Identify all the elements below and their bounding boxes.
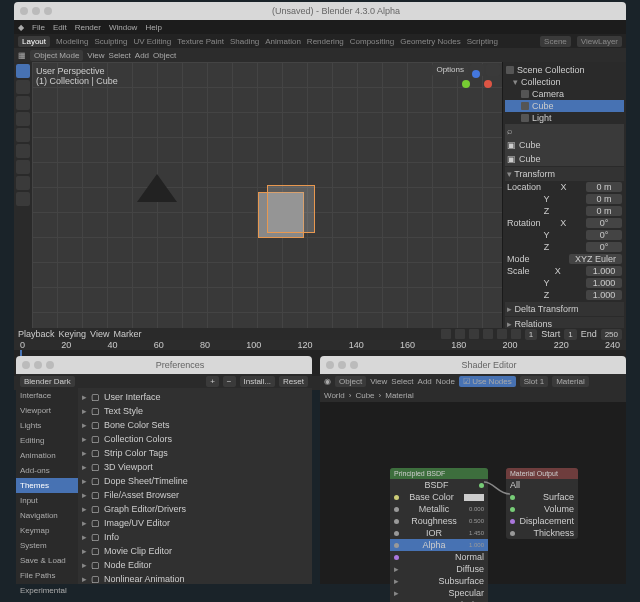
tool-addcube[interactable]: [16, 192, 30, 206]
mode-select[interactable]: Object Mode: [30, 50, 83, 61]
next-key-icon[interactable]: [497, 329, 507, 339]
sh-view[interactable]: View: [370, 377, 387, 386]
tab-modeling[interactable]: Modeling: [56, 37, 88, 46]
theme-item[interactable]: ▸▢Movie Clip Editor: [80, 544, 310, 558]
nav-gizmo[interactable]: [458, 70, 494, 106]
cat-saveload[interactable]: Save & Load: [16, 553, 78, 568]
tl-keying[interactable]: Keying: [59, 329, 87, 339]
theme-item[interactable]: ▸▢Node Editor: [80, 558, 310, 572]
sec-transform[interactable]: ▾ Transform: [505, 167, 624, 181]
cat-input[interactable]: Input: [16, 493, 78, 508]
panel-spec[interactable]: ▸Specular: [390, 587, 488, 599]
menu-file[interactable]: File: [32, 23, 45, 32]
frame-end[interactable]: 250: [601, 329, 622, 340]
rot-z[interactable]: 0°: [586, 242, 622, 252]
cat-editing[interactable]: Editing: [16, 433, 78, 448]
prefs-reset[interactable]: Reset: [279, 376, 308, 387]
tab-texpaint[interactable]: Texture Paint: [177, 37, 224, 46]
bc-cube[interactable]: Cube: [355, 391, 374, 400]
tab-layout[interactable]: Layout: [18, 36, 50, 47]
tab-uv[interactable]: UV Editing: [133, 37, 171, 46]
theme-item[interactable]: ▸▢Strip Color Tags: [80, 446, 310, 460]
tool-scale[interactable]: [16, 128, 30, 142]
slot-select[interactable]: Slot 1: [520, 376, 548, 387]
add-preset-icon[interactable]: +: [206, 376, 219, 387]
rot-mode[interactable]: XYZ Euler: [569, 254, 622, 264]
menu-render[interactable]: Render: [75, 23, 101, 32]
prev-key-icon[interactable]: [455, 329, 465, 339]
theme-item[interactable]: ▸▢File/Asset Browser: [80, 488, 310, 502]
tool-cursor[interactable]: [16, 80, 30, 94]
play-rev-icon[interactable]: [469, 329, 479, 339]
node-principled[interactable]: Principled BSDF BSDF Base Color Metallic…: [390, 468, 488, 602]
traffic-lights[interactable]: [22, 361, 54, 369]
sh-node[interactable]: Node: [436, 377, 455, 386]
bc-world[interactable]: World: [324, 391, 345, 400]
theme-item[interactable]: ▸▢Text Style: [80, 404, 310, 418]
cat-system[interactable]: System: [16, 538, 78, 553]
sh-select[interactable]: Select: [391, 377, 413, 386]
sock-ior[interactable]: IOR1.450: [390, 527, 488, 539]
sock-normal[interactable]: Normal: [390, 551, 488, 563]
traffic-lights[interactable]: [20, 7, 52, 15]
play-icon[interactable]: [483, 329, 493, 339]
tab-shading[interactable]: Shading: [230, 37, 259, 46]
node-output[interactable]: Material Output All Surface Volume Displ…: [506, 468, 578, 539]
sock-metallic[interactable]: Metallic0.000: [390, 503, 488, 515]
tab-geonodes[interactable]: Geometry Nodes: [400, 37, 460, 46]
frame-start[interactable]: 1: [564, 329, 576, 340]
tool-measure[interactable]: [16, 176, 30, 190]
prop-obj[interactable]: ▣Cube: [505, 138, 624, 152]
prefs-install[interactable]: Install...: [240, 376, 276, 387]
loc-x[interactable]: 0 m: [586, 182, 622, 192]
tl-marker[interactable]: Marker: [113, 329, 141, 339]
menu-window[interactable]: Window: [109, 23, 137, 32]
tb-view[interactable]: View: [87, 51, 104, 60]
loc-y[interactable]: 0 m: [586, 194, 622, 204]
sock-rough[interactable]: Roughness0.500: [390, 515, 488, 527]
cat-interface[interactable]: Interface: [16, 388, 78, 403]
sock-alpha[interactable]: Alpha1.000: [390, 539, 488, 551]
cat-addons[interactable]: Add-ons: [16, 463, 78, 478]
cat-experimental[interactable]: Experimental: [16, 583, 78, 598]
sec-delta[interactable]: ▸ Delta Transform: [505, 302, 624, 316]
tab-render[interactable]: Rendering: [307, 37, 344, 46]
mat-select[interactable]: Material: [552, 376, 588, 387]
tab-sculpting[interactable]: Sculpting: [95, 37, 128, 46]
prop-objdata[interactable]: ▣Cube: [505, 152, 624, 166]
cat-keymap[interactable]: Keymap: [16, 523, 78, 538]
outliner-scene[interactable]: Scene Collection: [505, 64, 624, 76]
rot-y[interactable]: 0°: [586, 230, 622, 240]
outliner-camera[interactable]: Camera: [505, 88, 624, 100]
sh-add[interactable]: Add: [418, 377, 432, 386]
node-header[interactable]: Material Output: [506, 468, 578, 479]
viewlayer-select[interactable]: ViewLayer: [577, 36, 622, 47]
scl-y[interactable]: 1.000: [586, 278, 622, 288]
tb-object[interactable]: Object: [153, 51, 176, 60]
loc-z[interactable]: 0 m: [586, 206, 622, 216]
rot-x[interactable]: 0°: [586, 218, 622, 228]
scl-x[interactable]: 1.000: [586, 266, 622, 276]
out-target[interactable]: All: [506, 479, 578, 491]
editor-icon[interactable]: ◉: [324, 377, 331, 386]
theme-item[interactable]: ▸▢Collection Colors: [80, 432, 310, 446]
traffic-lights[interactable]: [326, 361, 358, 369]
use-nodes[interactable]: ☑ Use Nodes: [459, 376, 516, 387]
theme-item[interactable]: ▸▢Dope Sheet/Timeline: [80, 474, 310, 488]
tb-add[interactable]: Add: [135, 51, 149, 60]
shader-obj[interactable]: Object: [335, 376, 366, 387]
tl-playback[interactable]: Playback: [18, 329, 55, 339]
node-header[interactable]: Principled BSDF: [390, 468, 488, 479]
jump-end-icon[interactable]: [511, 329, 521, 339]
tool-annotate[interactable]: [16, 160, 30, 174]
cat-themes[interactable]: Themes: [16, 478, 78, 493]
theme-item[interactable]: ▸▢Nonlinear Animation: [80, 572, 310, 584]
blender-icon[interactable]: ◆: [18, 23, 24, 32]
outliner-cube[interactable]: Cube: [505, 100, 624, 112]
viewport-3d[interactable]: Options User Perspective (1) Collection …: [32, 62, 502, 328]
theme-item[interactable]: ▸▢Bone Color Sets: [80, 418, 310, 432]
sock-basecolor[interactable]: Base Color: [390, 491, 488, 503]
node-editor[interactable]: Principled BSDF BSDF Base Color Metallic…: [320, 402, 626, 584]
cat-animation[interactable]: Animation: [16, 448, 78, 463]
theme-item[interactable]: ▸▢User Interface: [80, 390, 310, 404]
